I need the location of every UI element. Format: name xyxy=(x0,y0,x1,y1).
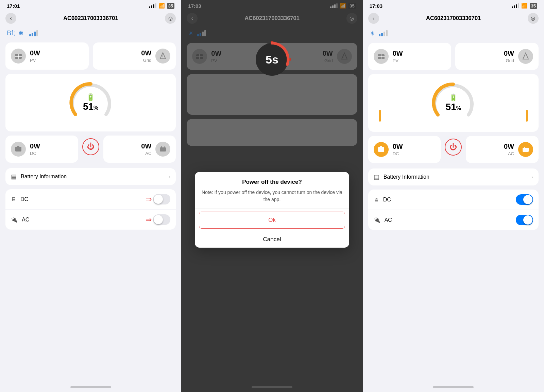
dc-knob-left xyxy=(154,195,163,204)
dialog-actions: Ok Cancel xyxy=(195,209,349,248)
svg-rect-24 xyxy=(523,148,529,152)
home-bar-left xyxy=(70,386,111,388)
grid-icon-right: ! xyxy=(518,49,533,64)
bt-icon-right: ✴ xyxy=(370,29,375,37)
battery-info-item-right[interactable]: ▤ Battery Information › xyxy=(368,168,539,185)
dc-knob-right xyxy=(523,195,532,204)
battery-chevron-left: › xyxy=(169,174,171,179)
main-content-right: 0W PV 0W Grid ! xyxy=(363,40,544,384)
grid-icon-left: ! xyxy=(155,49,170,64)
battery-percent-left: 51% xyxy=(83,101,98,112)
grid-label-right: Grid xyxy=(461,58,514,63)
ac-label-right: AC xyxy=(471,151,514,156)
pv-icon-left xyxy=(11,49,26,64)
grid-card-right: 0W Grid ! xyxy=(455,43,539,70)
svg-rect-22 xyxy=(378,147,384,152)
dc-value-right: 0W xyxy=(393,143,436,150)
ac-icon-right xyxy=(518,142,533,157)
dc-icon-right xyxy=(374,142,389,157)
signal-strength-right xyxy=(379,30,388,36)
energy-row-top-left: 0W PV 0W Grid ! xyxy=(5,42,176,70)
dc-card-left: 0W DC xyxy=(5,136,78,163)
status-bar-right: 17:03 📶 35 xyxy=(363,0,544,10)
dc-value-left: 0W xyxy=(30,142,73,150)
dialog-overlay: Power off the device? Note: If you power… xyxy=(181,0,362,392)
dc-info-right: 0W DC xyxy=(393,143,436,156)
grid-value-left: 0W xyxy=(98,49,152,57)
power-button-left[interactable]: ⏻ xyxy=(82,138,99,155)
signal-strength-left xyxy=(29,30,38,36)
svg-text:!: ! xyxy=(162,55,163,58)
ac-toggle-row-left: 🔌 AC ⇒ xyxy=(5,210,176,230)
ac-card-left: 0W AC xyxy=(103,136,176,163)
battery-percent-right: 51% xyxy=(446,102,461,112)
battery-info-item-left[interactable]: ▤ Battery Information › xyxy=(5,168,176,185)
dc-toggle-icon-left: 🖥 xyxy=(11,196,16,202)
back-button-right[interactable]: ‹ xyxy=(368,13,379,24)
target-button-left[interactable]: ◎ xyxy=(165,13,176,24)
svg-rect-6 xyxy=(15,147,21,152)
battery-section-left: 🔋 51% xyxy=(5,74,176,131)
dialog-title: Power off the device? xyxy=(200,179,343,185)
wifi-icon-right: 📶 xyxy=(521,3,528,9)
dialog-content: Power off the device? Note: If you power… xyxy=(195,172,349,209)
phone-middle: 17:03 📶 35 ‹ AC602317003336701 ◎ ✴ xyxy=(181,0,362,392)
battery-icon-right: 35 xyxy=(530,3,537,9)
battery-center-right: 🔋 51% xyxy=(446,93,461,112)
grid-card-left: 0W Grid ! xyxy=(93,42,176,70)
bottom-row-left: 0W DC ⏻ 0W AC xyxy=(5,136,176,163)
battery-center-left: 🔋 51% xyxy=(83,93,98,112)
power-button-right[interactable]: ⏻ xyxy=(445,139,462,156)
dc-toggle-switch-left[interactable] xyxy=(153,194,170,204)
ac-toggle-icon-right: 🔌 xyxy=(374,217,380,223)
phone-left: 17:01 📶 35 ‹ AC602317003336701 ◎ Bf; ✱ xyxy=(0,0,181,392)
battery-list-icon-left: ▤ xyxy=(11,173,17,180)
ac-value-right: 0W xyxy=(471,143,514,150)
ac-toggle-switch-left[interactable] xyxy=(153,214,170,225)
back-button-left[interactable]: ‹ xyxy=(5,13,16,24)
phone-right: 17:03 📶 35 ‹ AC602317003336701 ◎ ✴ xyxy=(363,0,544,392)
status-icons-left: 📶 35 xyxy=(149,3,174,9)
signal-icon-left xyxy=(149,3,156,8)
status-bar-left: 17:01 📶 35 xyxy=(0,0,181,10)
bottom-row-right: 0W DC ⏻ 0W AC xyxy=(368,136,539,163)
dialog-ok-button[interactable]: Ok xyxy=(199,212,345,229)
battery-list-icon-right: ▤ xyxy=(374,173,379,181)
dc-toggle-switch-right[interactable] xyxy=(516,194,533,205)
conn-status-left: Bf; ✱ xyxy=(0,26,181,40)
dc-card-right: 0W DC xyxy=(368,136,441,163)
svg-rect-7 xyxy=(17,146,19,147)
svg-rect-23 xyxy=(380,146,382,147)
nav-title-right: AC602317003336701 xyxy=(426,15,481,22)
pv-card-right: 0W PV xyxy=(368,43,452,70)
target-button-right[interactable]: ◎ xyxy=(528,13,539,24)
dialog-cancel-button[interactable]: Cancel xyxy=(195,231,349,248)
pv-value-right: 0W xyxy=(393,50,446,57)
pv-info-left: 0W PV xyxy=(30,49,83,63)
svg-marker-4 xyxy=(160,53,166,59)
nav-bar-right: ‹ AC602317003336701 ◎ xyxy=(363,10,544,26)
ac-toggle-icon-left: 🔌 xyxy=(11,216,18,223)
pv-card-left: 0W PV xyxy=(5,42,89,70)
wifi-icon-left: 📶 xyxy=(158,3,165,9)
left-indicator-right xyxy=(379,110,381,122)
status-icons-right: 📶 35 xyxy=(512,3,537,9)
pv-label-right: PV xyxy=(393,58,446,63)
dc-icon-left xyxy=(11,142,26,157)
toggle-section-left: 🖥 DC ⇒ 🔌 AC ⇒ xyxy=(5,189,176,230)
dc-info-left: 0W DC xyxy=(30,142,73,156)
ac-knob-right xyxy=(523,215,532,225)
ac-info-right: 0W AC xyxy=(471,143,514,156)
svg-marker-20 xyxy=(523,53,528,59)
grid-info-left: 0W Grid xyxy=(98,49,152,63)
dc-toggle-label-left: DC xyxy=(20,196,146,202)
conn-status-right: ✴ xyxy=(363,26,544,40)
ac-toggle-row-right: 🔌 AC xyxy=(368,210,539,230)
dc-toggle-label-right: DC xyxy=(383,197,516,203)
ac-toggle-switch-right[interactable] xyxy=(516,215,533,225)
ac-toggle-label-right: AC xyxy=(385,217,516,223)
power-off-dialog: Power off the device? Note: If you power… xyxy=(195,172,349,248)
nav-title-left: AC602317003336701 xyxy=(63,15,118,22)
battery-icon-center-right: 🔋 xyxy=(449,93,458,102)
pv-icon-right xyxy=(374,49,389,64)
